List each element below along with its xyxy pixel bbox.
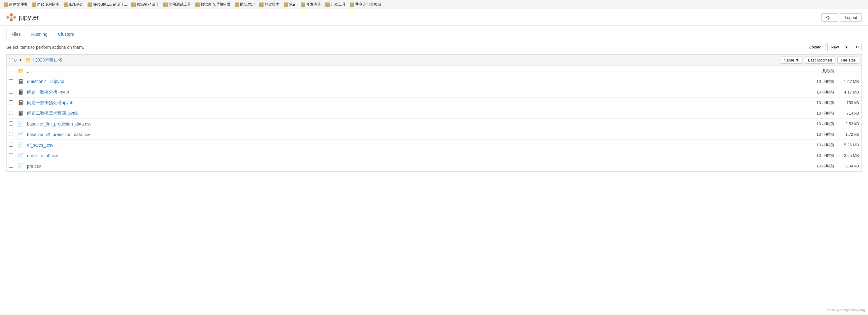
bookmark-hello[interactable]: helloBIKE店铺设计... — [86, 1, 128, 8]
header-buttons: Quit Logout — [822, 13, 862, 22]
row-checkbox-area[interactable] — [9, 164, 15, 169]
row-checkbox-area[interactable] — [9, 79, 15, 84]
bookmark-team[interactable]: 团队约定 — [234, 1, 256, 8]
file-date: 10 小时前 — [794, 142, 834, 148]
file-row-parent: 📁 .. 几秒前 — [6, 66, 862, 77]
row-checkbox-area[interactable] — [9, 143, 15, 148]
notebook-icon: 📓 — [18, 110, 25, 116]
list-item: 📓 问题二数据需求预测.ipynb 10 小时前 714 kB — [6, 108, 862, 119]
new-button-group: New ▼ — [827, 43, 851, 51]
sort-name-button[interactable]: Name ▼ — [780, 57, 803, 64]
csv-icon: 📄 — [18, 132, 25, 137]
svg-point-1 — [10, 18, 13, 22]
sort-arrow-icon: ▼ — [795, 58, 799, 62]
select-hint: Select items to perform actions on them. — [6, 45, 84, 50]
row-checkbox[interactable] — [9, 111, 13, 115]
folder-icon: 📁 — [18, 68, 25, 74]
row-checkbox-area[interactable] — [9, 101, 15, 105]
file-date: 10 小时前 — [794, 153, 834, 159]
svg-point-4 — [10, 17, 12, 18]
sort-last-modified-button[interactable]: Last Modified — [805, 57, 835, 64]
file-name-link[interactable]: 问题二数据需求预测.ipynb — [27, 111, 794, 116]
row-checkbox-area[interactable] — [9, 121, 15, 126]
tab-clusters[interactable]: Clusters — [53, 29, 79, 39]
bookmark-folder-icon — [4, 2, 8, 7]
refresh-icon: ↻ — [856, 45, 859, 49]
csv-icon: 📄 — [18, 121, 25, 127]
breadcrumb: 📁 / 2023年泰迪杯 — [25, 57, 780, 63]
notebook-icon: 📓 — [18, 100, 25, 106]
row-checkbox[interactable] — [9, 164, 13, 168]
header: jupyter Quit Logout — [0, 9, 868, 26]
bookmark-folder-icon — [326, 2, 330, 7]
file-name-link[interactable]: 问题一数据分析.ipynb — [27, 89, 794, 95]
bookmark-label: java基础 — [69, 2, 83, 7]
file-size: 4.17 MB — [834, 90, 859, 94]
row-checkbox[interactable] — [9, 143, 13, 147]
bookmark-folder-icon — [163, 2, 168, 7]
row-checkbox[interactable] — [9, 79, 13, 83]
logo-text: jupyter — [19, 13, 39, 22]
new-dropdown-button[interactable]: ▼ — [842, 43, 851, 51]
row-checkbox[interactable] — [9, 121, 13, 125]
row-checkbox-area[interactable] — [9, 111, 15, 116]
tab-running[interactable]: Running — [26, 29, 53, 39]
file-name-link[interactable]: order_train0.csv — [27, 153, 794, 158]
bookmark-label: mac使用指南 — [37, 2, 59, 7]
upload-button[interactable]: Upload — [805, 43, 826, 51]
bookmark-folder-icon — [284, 2, 288, 7]
logo: jupyter — [6, 12, 39, 22]
new-button[interactable]: New — [827, 43, 842, 51]
bookmark-folder-icon — [88, 2, 92, 7]
bookmark-label: 领域驱动设计 — [136, 2, 159, 7]
row-checkbox[interactable] — [9, 101, 13, 104]
svg-point-3 — [13, 16, 16, 19]
toolbar: Select items to perform actions on them.… — [6, 39, 862, 54]
bookmark-java[interactable]: java基础 — [62, 1, 85, 8]
file-name-parent[interactable]: .. — [27, 69, 794, 74]
file-name-link[interactable]: pre.csv — [27, 164, 794, 169]
row-checkbox-area[interactable] — [9, 153, 15, 158]
select-all-checkbox[interactable] — [9, 58, 13, 62]
bookmark-domain[interactable]: 领域驱动设计 — [130, 1, 160, 8]
bookmark-label: 常用测试工具 — [168, 2, 191, 7]
bookmark-dev-reg[interactable]: 开发注册 — [300, 1, 322, 8]
file-size: 2.53 kB — [834, 121, 859, 126]
bookmark-mac[interactable]: mac使用指南 — [31, 1, 61, 8]
row-checkbox-area[interactable] — [9, 132, 15, 137]
refresh-button[interactable]: ↻ — [853, 43, 862, 51]
row-checkbox[interactable] — [9, 90, 13, 94]
file-size: 1.97 MB — [834, 79, 859, 84]
file-name-link[interactable]: 问题一数据预处理.ipynb — [27, 100, 794, 106]
svg-point-2 — [6, 16, 9, 19]
file-name-link[interactable]: df_sales_.csv — [27, 143, 794, 148]
file-name-link[interactable]: baseline_3m_prediction_data.csv — [27, 121, 794, 126]
file-size: 753 kB — [834, 101, 859, 105]
file-date: 10 小时前 — [794, 79, 834, 85]
bookmark-framework[interactable]: 框架技术 — [258, 1, 281, 8]
bookmark-dev-tools[interactable]: 开发工具 — [324, 1, 347, 8]
sort-file-size-button[interactable]: File size — [837, 57, 859, 64]
bookmark-charging[interactable]: 共享充电宝项目 — [349, 1, 382, 8]
list-item: 📄 order_train0.csv 10 小时前 2.65 MB — [6, 150, 862, 161]
bookmark-label: 笔记 — [289, 2, 297, 7]
bookmark-notes[interactable]: 笔记 — [282, 1, 298, 8]
tabs: Files Running Clusters — [6, 26, 862, 39]
quit-button[interactable]: Quit — [822, 13, 838, 22]
file-date: 10 小时前 — [794, 89, 834, 95]
breadcrumb-folder-link[interactable]: 2023年泰迪杯 — [35, 57, 62, 63]
count-dropdown-arrow[interactable]: ▼ — [19, 58, 22, 62]
bookmark-db[interactable]: 数据库管理和权限 — [194, 1, 231, 8]
bookmark-tools[interactable]: 常用测试工具 — [162, 1, 192, 8]
row-checkbox[interactable] — [9, 132, 13, 136]
logout-button[interactable]: Logout — [840, 13, 862, 22]
row-checkbox[interactable] — [9, 153, 13, 157]
file-name-link[interactable]: question2，3.ipynb — [27, 79, 794, 85]
row-checkbox-area[interactable] — [9, 90, 15, 95]
list-item: 📓 问题一数据预处理.ipynb 10 小时前 753 kB — [6, 97, 862, 108]
file-name-link[interactable]: baseline_v2_prediction_data.csv — [27, 132, 794, 137]
breadcrumb-folder-icon: 📁 — [25, 57, 31, 63]
bookmark-new-folder[interactable]: 新建文件夹 — [2, 1, 29, 8]
tab-files[interactable]: Files — [6, 29, 26, 39]
file-date: 10 小时前 — [794, 164, 834, 169]
